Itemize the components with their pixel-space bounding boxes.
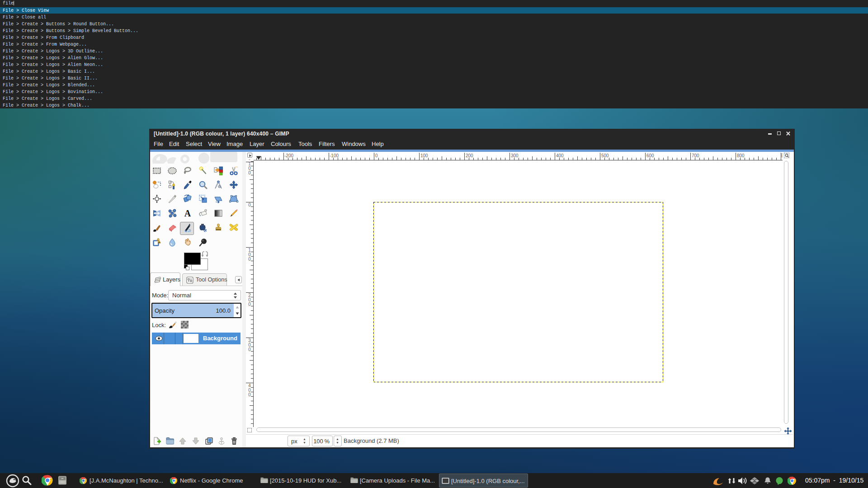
- svg-text:A: A: [184, 209, 191, 218]
